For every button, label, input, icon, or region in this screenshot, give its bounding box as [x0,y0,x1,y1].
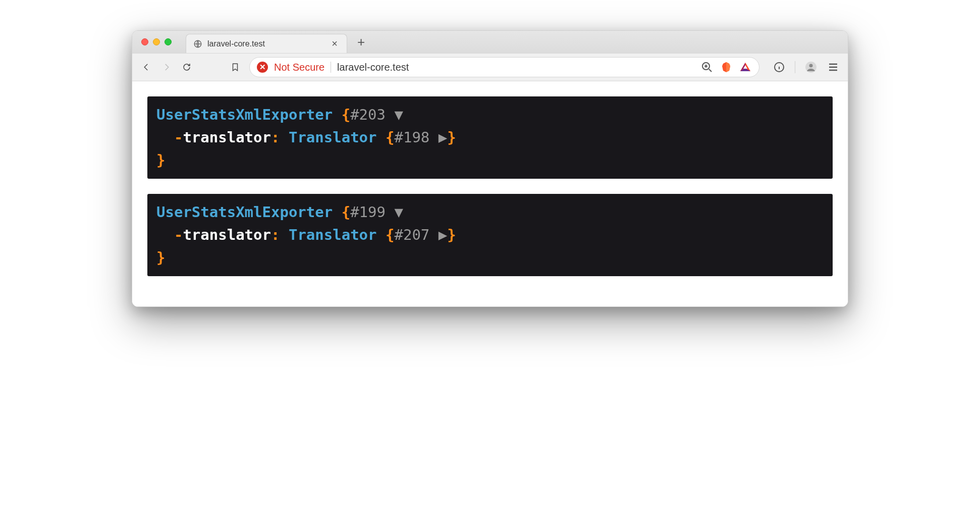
colon: : [271,129,280,146]
dump-property-class[interactable]: Translator [289,226,377,243]
brace-open: { [386,226,394,243]
page-content: UserStatsXmlExporter {#203 ▼ -translator… [132,81,848,306]
collapse-toggle-icon[interactable]: ▼ [394,203,403,221]
brace-close: } [447,129,456,146]
address-bar[interactable]: ✕ Not Secure laravel-core.test [249,57,759,77]
browser-chrome: laravel-core.test × + ✕ Not Secure [132,31,848,81]
new-tab-button[interactable]: + [352,34,370,50]
dash: - [174,226,183,243]
window-controls [141,38,172,45]
brace-close: } [156,249,165,266]
profile-avatar-icon[interactable] [804,61,818,74]
brace-open: { [342,203,350,221]
divider [795,61,795,73]
close-tab-button[interactable]: × [330,38,340,49]
divider [331,62,331,73]
browser-window: laravel-core.test × + ✕ Not Secure [132,30,848,307]
dump-property-id: #198 [394,129,429,146]
forward-button[interactable] [160,61,173,73]
globe-icon [193,39,202,48]
expand-toggle-icon[interactable]: ▶ [439,226,447,243]
browser-toolbar: ✕ Not Secure laravel-core.test [132,53,848,81]
expand-toggle-icon[interactable]: ▶ [439,129,447,146]
bat-token-icon[interactable] [739,61,752,74]
dump-class-name[interactable]: UserStatsXmlExporter [156,203,333,221]
brace-open: { [386,129,394,146]
browser-tab[interactable]: laravel-core.test × [186,34,347,53]
toolbar-right [773,61,840,74]
reload-button[interactable] [181,61,193,73]
hamburger-menu-icon[interactable] [827,61,840,74]
dump-property-class[interactable]: Translator [289,129,377,146]
dump-property-name: translator [183,226,271,243]
dump-property-id: #207 [394,226,429,243]
maximize-window-button[interactable] [165,38,172,45]
colon: : [271,226,280,243]
zoom-icon[interactable] [700,61,714,74]
security-label: Not Secure [274,62,324,73]
dash: - [174,129,183,146]
var-dump-block: UserStatsXmlExporter {#199 ▼ -translator… [147,194,833,276]
dump-object-id: #199 [350,203,386,221]
minimize-window-button[interactable] [153,38,160,45]
bookmark-button[interactable] [229,61,241,73]
url-text: laravel-core.test [337,62,694,73]
close-window-button[interactable] [141,38,148,45]
security-warning-icon[interactable]: ✕ [257,62,268,73]
tab-title: laravel-core.test [207,39,324,48]
brace-close: } [447,226,456,243]
tab-bar: laravel-core.test × + [132,31,848,53]
svg-point-4 [809,64,813,68]
brace-open: { [342,106,350,123]
info-icon[interactable] [773,61,786,74]
dump-class-name[interactable]: UserStatsXmlExporter [156,106,333,123]
collapse-toggle-icon[interactable]: ▼ [394,106,403,123]
var-dump-block: UserStatsXmlExporter {#203 ▼ -translator… [147,96,833,179]
brave-shield-icon[interactable] [720,61,733,74]
back-button[interactable] [140,61,152,73]
dump-property-name: translator [183,129,271,146]
dump-object-id: #203 [350,106,386,123]
brace-close: } [156,151,165,169]
